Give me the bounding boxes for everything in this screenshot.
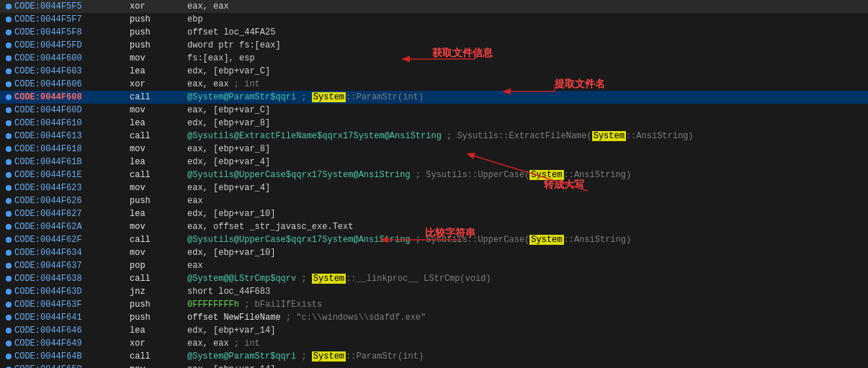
operand-part: ; bFailIfExists — [239, 300, 322, 310]
table-row[interactable]: CODE:0044F608call@System@ParamStr$qqri ;… — [0, 91, 868, 104]
breakpoint-dot[interactable] — [3, 94, 14, 100]
address-col[interactable]: CODE:0044F646 — [14, 326, 130, 336]
address-col[interactable]: CODE:0044F641 — [14, 313, 130, 323]
address-col[interactable]: CODE:0044F608 — [14, 92, 130, 102]
mnemonic-col: lea — [130, 326, 187, 336]
address-col[interactable]: CODE:0044F5FD — [14, 40, 130, 50]
table-row[interactable]: CODE:0044F5F5xoreax, eax — [0, 0, 868, 13]
table-row[interactable]: CODE:0044F649xoreax, eax ; int — [0, 337, 868, 350]
breakpoint-dot[interactable] — [3, 302, 14, 308]
breakpoint-dot[interactable] — [3, 289, 14, 295]
table-row[interactable]: CODE:0044F618moveax, [ebp+var_8] — [0, 143, 868, 156]
breakpoint-dot[interactable] — [3, 250, 14, 256]
table-row[interactable]: CODE:0044F627leaedx, [ebp+var_10] — [0, 207, 868, 220]
table-row[interactable]: CODE:0044F641pushoffset NewFileName ; "c… — [0, 311, 868, 324]
table-row[interactable]: CODE:0044F638call@System@@LStrCmp$qqrv ;… — [0, 272, 868, 285]
address-col[interactable]: CODE:0044F649 — [14, 338, 130, 349]
dot-indicator — [6, 172, 12, 178]
breakpoint-dot[interactable] — [3, 55, 14, 61]
operand-part: @System@@LStrCmp$qqrv — [187, 274, 296, 284]
breakpoint-dot[interactable] — [3, 328, 14, 333]
breakpoint-dot[interactable] — [3, 120, 14, 126]
table-row[interactable]: CODE:0044F646leaedx, [ebp+var_14] — [0, 324, 868, 337]
breakpoint-dot[interactable] — [3, 42, 14, 48]
table-row[interactable]: CODE:0044F603leaedx, [ebp+var_C] — [0, 65, 868, 78]
table-row[interactable]: CODE:0044F637popeax — [0, 259, 868, 272]
address-col[interactable]: CODE:0044F63D — [14, 287, 130, 297]
address-col[interactable]: CODE:0044F610 — [14, 118, 130, 128]
breakpoint-dot[interactable] — [3, 133, 14, 139]
address-col[interactable]: CODE:0044F626 — [14, 196, 130, 206]
address-col[interactable]: CODE:0044F5F8 — [14, 27, 130, 37]
address-col[interactable]: CODE:0044F60D — [14, 105, 130, 115]
address-col[interactable]: CODE:0044F623 — [14, 183, 130, 193]
breakpoint-dot[interactable] — [3, 17, 14, 22]
table-row[interactable]: CODE:0044F63Djnzshort loc_44F683 — [0, 285, 868, 298]
table-row[interactable]: CODE:0044F64Bcall@System@ParamStr$qqri ;… — [0, 350, 868, 363]
dot-indicator — [6, 250, 12, 256]
table-row[interactable]: CODE:0044F63Fpush0FFFFFFFFh ; bFailIfExi… — [0, 298, 868, 311]
breakpoint-dot[interactable] — [3, 68, 14, 74]
table-row[interactable]: CODE:0044F61Ecall@Sysutils@UpperCase$qqr… — [0, 169, 868, 181]
address-col[interactable]: CODE:0044F61E — [14, 170, 130, 180]
breakpoint-dot[interactable] — [3, 172, 14, 178]
breakpoint-dot[interactable] — [3, 211, 14, 217]
address-col[interactable]: CODE:0044F606 — [14, 79, 130, 89]
breakpoint-dot[interactable] — [3, 354, 14, 359]
address-col[interactable]: CODE:0044F634 — [14, 248, 130, 258]
operand-col: edx, [ebp+var_C] — [187, 66, 865, 76]
address-col[interactable]: CODE:0044F61B — [14, 157, 130, 167]
address-col[interactable]: CODE:0044F603 — [14, 66, 130, 76]
operand-part: ; — [296, 274, 312, 284]
breakpoint-dot[interactable] — [3, 185, 14, 191]
operand-part: ::ParamStr(int) — [346, 92, 424, 102]
breakpoint-dot[interactable] — [3, 341, 14, 346]
breakpoint-dot[interactable] — [3, 107, 14, 113]
breakpoint-dot[interactable] — [3, 159, 14, 165]
breakpoint-dot[interactable] — [3, 276, 14, 282]
address-col[interactable]: CODE:0044F62F — [14, 235, 130, 245]
table-row[interactable]: CODE:0044F60Dmoveax, [ebp+var_C] — [0, 104, 868, 117]
mnemonic-col: call — [130, 351, 187, 362]
address-col[interactable]: CODE:0044F64B — [14, 351, 130, 362]
address-col[interactable]: CODE:0044F650 — [14, 364, 130, 368]
table-row[interactable]: CODE:0044F5F8pushoffset loc_44FA25 — [0, 26, 868, 39]
breakpoint-dot[interactable] — [3, 263, 14, 269]
table-row[interactable]: CODE:0044F613call@Sysutils@ExtractFileNa… — [0, 130, 868, 143]
table-row[interactable]: CODE:0044F634movedx, [ebp+var_10] — [0, 246, 868, 259]
table-row[interactable]: CODE:0044F5F7pushebp — [0, 13, 868, 26]
breakpoint-dot[interactable] — [3, 224, 14, 230]
breakpoint-dot[interactable] — [3, 237, 14, 243]
address-col[interactable]: CODE:0044F600 — [14, 53, 130, 63]
dot-indicator — [6, 17, 12, 22]
table-row[interactable]: CODE:0044F61Bleaedx, [ebp+var_4] — [0, 156, 868, 169]
table-row[interactable]: CODE:0044F650moveax, [ebp+var_14] — [0, 363, 868, 368]
address-col[interactable]: CODE:0044F637 — [14, 261, 130, 271]
address-col[interactable]: CODE:0044F613 — [14, 131, 130, 141]
table-row[interactable]: CODE:0044F62Amoveax, offset _str_javasc_… — [0, 220, 868, 233]
breakpoint-dot[interactable] — [3, 30, 14, 35]
table-row[interactable]: CODE:0044F600movfs:[eax], esp — [0, 52, 868, 65]
address-col[interactable]: CODE:0044F627 — [14, 209, 130, 219]
address-col[interactable]: CODE:0044F5F7 — [14, 14, 130, 24]
table-row[interactable]: CODE:0044F606xoreax, eax ; int — [0, 78, 868, 91]
table-row[interactable]: CODE:0044F5FDpushdword ptr fs:[eax] — [0, 39, 868, 52]
table-row[interactable]: CODE:0044F626pusheax — [0, 194, 868, 207]
address-col[interactable]: CODE:0044F62A — [14, 222, 130, 232]
operand-part: ::__linkproc__ LStrCmp(void) — [346, 274, 491, 284]
breakpoint-dot[interactable] — [3, 315, 14, 320]
operand-col: 0FFFFFFFFh ; bFailIfExists — [187, 300, 865, 310]
table-row[interactable]: CODE:0044F610leaedx, [ebp+var_8] — [0, 117, 868, 130]
table-row[interactable]: CODE:0044F623moveax, [ebp+var_4] — [0, 181, 868, 194]
comment-part: ; int — [229, 338, 260, 349]
breakpoint-dot[interactable] — [3, 81, 14, 87]
breakpoint-dot[interactable] — [3, 4, 14, 9]
table-row[interactable]: CODE:0044F62Fcall@Sysutils@UpperCase$qqr… — [0, 233, 868, 246]
breakpoint-dot[interactable] — [3, 198, 14, 204]
address-col[interactable]: CODE:0044F5F5 — [14, 1, 130, 12]
operand-part: @Sysutils@UpperCase$qqrx17System@AnsiStr… — [187, 170, 411, 180]
breakpoint-dot[interactable] — [3, 146, 14, 152]
address-col[interactable]: CODE:0044F618 — [14, 144, 130, 154]
address-col[interactable]: CODE:0044F638 — [14, 274, 130, 284]
address-col[interactable]: CODE:0044F63F — [14, 300, 130, 310]
